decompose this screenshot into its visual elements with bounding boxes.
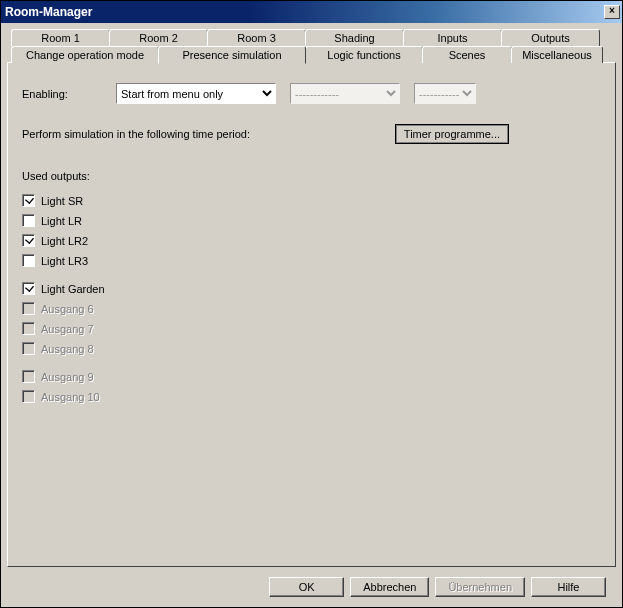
output-row: Light LR xyxy=(22,214,601,227)
tab-change-operation-mode[interactable]: Change operation mode xyxy=(11,46,159,63)
enabling-select-3[interactable]: ------------ xyxy=(414,83,476,104)
window: Room-Manager × Room 1 Room 2 Room 3 Shad… xyxy=(0,0,623,608)
apply-button[interactable]: Übernehmen xyxy=(435,577,525,597)
output-checkbox xyxy=(22,370,35,383)
enabling-label: Enabling: xyxy=(22,88,102,100)
output-label: Light LR xyxy=(41,215,82,227)
output-checkbox[interactable] xyxy=(22,214,35,227)
enabling-select-2[interactable]: ------------ xyxy=(290,83,400,104)
time-period-label: Perform simulation in the following time… xyxy=(22,128,250,140)
time-period-row: Perform simulation in the following time… xyxy=(22,124,601,144)
used-outputs-label: Used outputs: xyxy=(22,170,601,182)
output-checkbox xyxy=(22,390,35,403)
close-icon[interactable]: × xyxy=(604,5,620,19)
enabling-row: Enabling: Start from menu only ---------… xyxy=(22,83,601,104)
output-row: Light SR xyxy=(22,194,601,207)
output-row: Ausgang 9 xyxy=(22,370,601,383)
output-row: Light Garden xyxy=(22,282,601,295)
tab-outputs[interactable]: Outputs xyxy=(501,29,600,46)
output-checkbox xyxy=(22,322,35,335)
tab-inputs[interactable]: Inputs xyxy=(403,29,502,46)
titlebar: Room-Manager × xyxy=(1,1,622,23)
output-label: Light Garden xyxy=(41,283,105,295)
window-title: Room-Manager xyxy=(5,5,604,19)
output-checkbox[interactable] xyxy=(22,254,35,267)
tab-shading[interactable]: Shading xyxy=(305,29,404,46)
enabling-select-1[interactable]: Start from menu only xyxy=(116,83,276,104)
tab-room-1[interactable]: Room 1 xyxy=(11,29,110,46)
output-label: Light SR xyxy=(41,195,83,207)
output-label: Ausgang 7 xyxy=(41,323,94,335)
output-label: Ausgang 8 xyxy=(41,343,94,355)
output-label: Light LR3 xyxy=(41,255,88,267)
tab-strip: Room 1 Room 2 Room 3 Shading Inputs Outp… xyxy=(7,29,616,63)
output-row: Ausgang 10 xyxy=(22,390,601,403)
output-checkbox[interactable] xyxy=(22,194,35,207)
output-row: Ausgang 6 xyxy=(22,302,601,315)
output-row: Ausgang 8 xyxy=(22,342,601,355)
output-row: Ausgang 7 xyxy=(22,322,601,335)
tab-panel: Enabling: Start from menu only ---------… xyxy=(7,62,616,567)
output-label: Ausgang 6 xyxy=(41,303,94,315)
output-checkbox xyxy=(22,302,35,315)
output-checkbox xyxy=(22,342,35,355)
output-row: Light LR2 xyxy=(22,234,601,247)
timer-programme-button[interactable]: Timer programme... xyxy=(395,124,509,144)
output-row: Light LR3 xyxy=(22,254,601,267)
tab-room-2[interactable]: Room 2 xyxy=(109,29,208,46)
tab-scenes[interactable]: Scenes xyxy=(422,46,512,63)
output-label: Light LR2 xyxy=(41,235,88,247)
output-label: Ausgang 9 xyxy=(41,371,94,383)
help-button[interactable]: Hilfe xyxy=(531,577,606,597)
cancel-button[interactable]: Abbrechen xyxy=(350,577,429,597)
output-checkbox[interactable] xyxy=(22,282,35,295)
outputs-list: Light SRLight LRLight LR2Light LR3Light … xyxy=(22,194,601,403)
output-label: Ausgang 10 xyxy=(41,391,100,403)
tab-presence-simulation[interactable]: Presence simulation xyxy=(158,46,306,64)
dialog-buttons: OK Abbrechen Übernehmen Hilfe xyxy=(7,567,616,607)
tab-room-3[interactable]: Room 3 xyxy=(207,29,306,46)
tab-miscellaneous[interactable]: Miscellaneous xyxy=(511,46,603,63)
content: Room 1 Room 2 Room 3 Shading Inputs Outp… xyxy=(1,23,622,607)
tab-logic-functions[interactable]: Logic functions xyxy=(305,46,423,63)
ok-button[interactable]: OK xyxy=(269,577,344,597)
output-checkbox[interactable] xyxy=(22,234,35,247)
